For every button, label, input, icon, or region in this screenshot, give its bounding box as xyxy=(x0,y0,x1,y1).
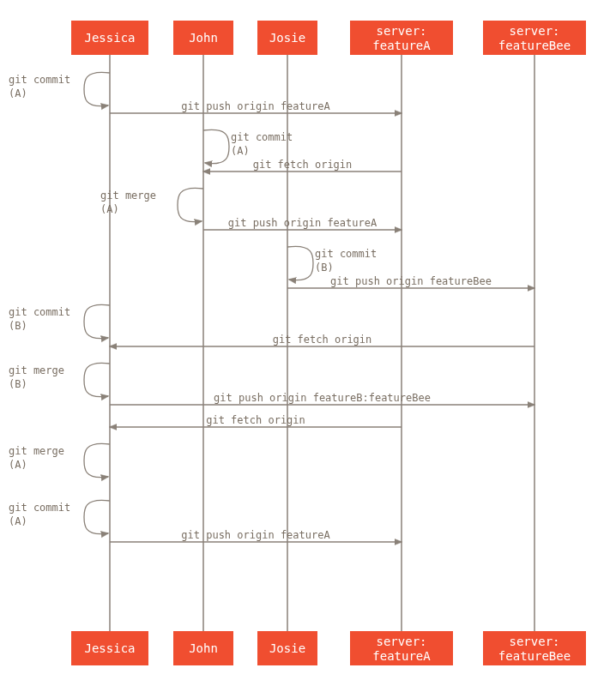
self-message-label: (A) xyxy=(9,87,27,99)
participant-label-featureA-2: featureA xyxy=(372,649,431,663)
self-message-label: (A) xyxy=(100,203,119,215)
self-message-line xyxy=(84,304,110,338)
participant-label-featureBee-2: featureBee xyxy=(498,39,571,52)
participant-label-featureBee-1: server: xyxy=(509,24,559,38)
self-message-label: (B) xyxy=(9,378,27,390)
self-message-label: git commit xyxy=(9,306,70,318)
message-label: git fetch origin xyxy=(253,159,353,171)
participant-label-josie: Josie xyxy=(269,641,305,655)
self-message-line xyxy=(84,500,110,533)
self-message-label: git commit xyxy=(315,248,377,260)
self-message-label: (A) xyxy=(231,145,250,157)
message-label: git push origin featureA xyxy=(181,100,330,112)
message-label: git push origin featureA xyxy=(181,529,330,541)
participant-label-featureA-2: featureA xyxy=(372,39,431,52)
participant-label-featureBee-2: featureBee xyxy=(498,649,571,663)
self-message-line xyxy=(84,363,110,396)
message-label: git push origin featureB:featureBee xyxy=(214,392,431,404)
self-message-line xyxy=(287,246,313,280)
self-message-line xyxy=(178,188,203,221)
self-message-label: git commit xyxy=(231,131,293,143)
self-message-line xyxy=(84,443,110,477)
participant-label-john: John xyxy=(189,31,218,45)
self-message-label: (A) xyxy=(9,459,27,471)
self-message-line xyxy=(203,129,229,163)
participant-label-jessica: Jessica xyxy=(84,641,135,655)
self-message-label: git merge xyxy=(9,364,64,376)
self-message-label: git commit xyxy=(9,74,70,86)
message-label: git fetch origin xyxy=(273,334,372,346)
participant-label-jessica: Jessica xyxy=(84,31,135,45)
self-message-label: git commit xyxy=(9,502,70,514)
self-message-label: git merge xyxy=(100,190,156,202)
diagram-canvas: git commit(A)git push origin featureAgit… xyxy=(0,0,616,686)
self-message-label: (B) xyxy=(315,262,334,274)
message-label: git fetch origin xyxy=(206,414,305,426)
self-message-label: git merge xyxy=(9,445,64,457)
self-message-label: (A) xyxy=(9,515,27,527)
participant-label-featureA-1: server: xyxy=(376,24,426,38)
self-message-label: (B) xyxy=(9,320,27,332)
participant-label-josie: Josie xyxy=(269,31,305,45)
sequence-diagram: git commit(A)git push origin featureAgit… xyxy=(0,0,616,686)
self-message-line xyxy=(84,72,110,105)
participant-label-featureA-1: server: xyxy=(376,635,426,648)
message-label: git push origin featureBee xyxy=(330,275,492,287)
participant-label-featureBee-1: server: xyxy=(509,635,559,648)
message-label: git push origin featureA xyxy=(228,217,377,229)
participant-label-john: John xyxy=(189,641,218,655)
